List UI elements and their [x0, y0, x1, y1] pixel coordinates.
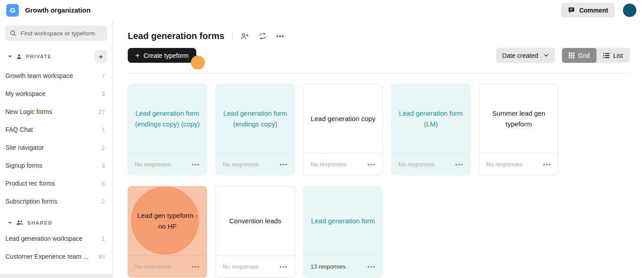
- sidebar-section-shared[interactable]: SHARED: [0, 216, 112, 230]
- card-response-count: No responses: [311, 161, 346, 168]
- workspace-count: 2: [98, 198, 105, 205]
- sidebar-item-faq-chat[interactable]: FAQ Chat 1: [0, 121, 112, 139]
- workspace-count: 93: [95, 253, 105, 260]
- sidebar-item-customer-experience-team[interactable]: Customer Experience team ... 93: [0, 248, 112, 265]
- sidebar-scrollbar[interactable]: [0, 274, 112, 278]
- sidebar-item-growth-team-workspace[interactable]: Growth team workspace 7: [0, 67, 112, 85]
- card-menu-button[interactable]: •••: [543, 161, 551, 168]
- card-menu-button[interactable]: •••: [367, 263, 376, 270]
- search-input[interactable]: [20, 30, 103, 37]
- workspace-count: 3: [98, 91, 105, 97]
- card-response-count: 13 responses: [311, 263, 346, 270]
- list-icon: [603, 53, 609, 58]
- ellipsis-icon: •••: [277, 33, 285, 40]
- card-response-count: No responses: [135, 263, 171, 270]
- sidebar-item-signup-forms[interactable]: Signup forms 3: [0, 156, 112, 174]
- sidebar-item-product-rec-forms[interactable]: Product rec forms 5: [0, 174, 112, 192]
- org-logo: G: [6, 4, 19, 17]
- topbar: G Growth organization Comment: [0, 0, 644, 20]
- chevron-down-icon[interactable]: [8, 54, 12, 59]
- workspace-name: My workspace: [5, 90, 45, 97]
- sidebar-item-my-workspace[interactable]: My workspace 3: [0, 85, 112, 103]
- plus-icon: +: [99, 53, 103, 61]
- typeform-card[interactable]: Lead generation copy No responses •••: [303, 84, 383, 175]
- workspace-name: Product rec forms: [5, 180, 55, 187]
- card-footer: No responses •••: [216, 153, 294, 175]
- typeform-card[interactable]: Summer lead gen typeform No responses ••…: [479, 84, 558, 175]
- card-response-count: No responses: [486, 161, 522, 168]
- typeform-card[interactable]: Lead generation form (LM) No responses •…: [391, 84, 471, 175]
- card-title: Lead generation form (endings copy) (cop…: [128, 84, 207, 153]
- invite-member-button[interactable]: [240, 33, 249, 40]
- person-icon: [16, 54, 22, 60]
- card-footer: No responses •••: [128, 153, 207, 175]
- create-typeform-label: Create typeform: [143, 52, 188, 59]
- chevron-down-icon[interactable]: [8, 221, 12, 225]
- typeform-card[interactable]: Lead generation form (endings copy) (cop…: [128, 84, 207, 175]
- workspace-name: Site navigator: [5, 144, 44, 151]
- workspace-count: 7: [98, 73, 105, 79]
- toolbar: + Create typeform Date created Grid: [128, 48, 630, 63]
- card-response-count: No responses: [223, 263, 259, 270]
- page-title: Lead generation forms: [128, 31, 225, 41]
- workspace-name: Subscription forms: [5, 198, 57, 205]
- sync-button[interactable]: [259, 33, 267, 39]
- more-options-button[interactable]: •••: [277, 33, 285, 40]
- plus-icon: +: [135, 52, 139, 59]
- card-footer: No responses •••: [480, 153, 558, 175]
- card-response-count: No responses: [398, 161, 434, 168]
- workspace-name: Growth team workspace: [5, 72, 73, 79]
- card-menu-button[interactable]: •••: [192, 263, 200, 270]
- card-menu-button[interactable]: •••: [280, 161, 288, 168]
- card-menu-button[interactable]: •••: [192, 161, 200, 168]
- workspace-name: Signup forms: [5, 162, 42, 169]
- view-toggle: Grid List: [562, 48, 630, 63]
- card-response-count: No responses: [223, 161, 259, 168]
- card-footer: No responses •••: [216, 256, 294, 277]
- list-view-button[interactable]: List: [596, 48, 630, 63]
- add-workspace-button[interactable]: +: [95, 50, 107, 63]
- create-typeform-button[interactable]: + Create typeform: [128, 48, 196, 63]
- card-menu-button[interactable]: •••: [367, 161, 376, 168]
- sidebar-item-site-navigator[interactable]: Site navigator 2: [0, 139, 112, 156]
- grid-view-button[interactable]: Grid: [562, 48, 596, 63]
- comment-button[interactable]: Comment: [561, 3, 615, 17]
- typeform-card[interactable]: Lead generation form 13 responses •••: [303, 186, 383, 278]
- search-icon: [10, 30, 16, 36]
- sidebar: PRIVATE + Growth team workspace 7 My wor…: [0, 20, 113, 278]
- sidebar-item-new-logic-forms[interactable]: New Logic forms 27: [0, 103, 112, 121]
- card-menu-button[interactable]: •••: [455, 161, 463, 168]
- card-title: Convention leads: [216, 187, 294, 256]
- sidebar-item-subscription-forms[interactable]: Subscription forms 2: [0, 192, 112, 210]
- page: G Growth organization Comment: [0, 0, 644, 278]
- card-title: Lead gen typeform - no HF: [128, 187, 207, 256]
- sidebar-section-private[interactable]: PRIVATE +: [0, 46, 112, 67]
- typeform-card[interactable]: Convention leads No responses •••: [216, 186, 295, 278]
- topbar-actions: Comment: [561, 3, 636, 17]
- main-content: Lead generation forms •••: [113, 20, 644, 278]
- workspace-count: 5: [98, 180, 105, 187]
- people-icon: [16, 220, 23, 226]
- workspace-count: 2: [98, 144, 105, 151]
- grid-view-label: Grid: [578, 52, 590, 59]
- card-menu-button[interactable]: •••: [280, 263, 288, 270]
- person-add-icon: [240, 33, 249, 40]
- sidebar-item-lead-generation-workspace[interactable]: Lead generation workspace 1: [0, 230, 112, 248]
- sort-dropdown[interactable]: Date created: [496, 48, 555, 63]
- card-footer: No responses •••: [392, 153, 470, 175]
- workspace-search[interactable]: [5, 26, 107, 41]
- card-footer: 13 responses •••: [304, 256, 382, 277]
- typeform-card[interactable]: Lead generation form (endings copy) No r…: [216, 84, 295, 175]
- comment-icon: [568, 7, 575, 14]
- content-divider: [128, 73, 630, 74]
- sort-label: Date created: [502, 52, 538, 59]
- section-label: SHARED: [27, 220, 52, 226]
- workspace-count: 27: [95, 109, 105, 115]
- card-title: Lead generation form: [304, 187, 382, 256]
- workspace-count: 1: [98, 126, 105, 133]
- card-footer: No responses •••: [128, 256, 207, 277]
- user-avatar[interactable]: [623, 4, 636, 17]
- typeform-card[interactable]: Lead gen typeform - no HF No responses •…: [128, 186, 207, 278]
- card-title: Lead generation copy: [304, 84, 382, 153]
- section-label: PRIVATE: [26, 54, 52, 59]
